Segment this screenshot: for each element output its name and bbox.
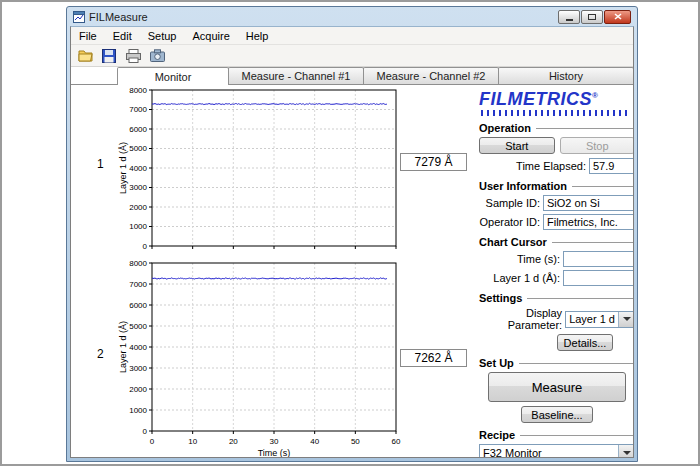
svg-text:Layer 1 d (Å): Layer 1 d (Å) xyxy=(118,142,128,194)
section-rule xyxy=(572,186,633,187)
sample-id-row: Sample ID: xyxy=(479,195,633,211)
menu-bar: File Edit Setup Acquire Help xyxy=(71,27,633,45)
svg-text:8000: 8000 xyxy=(129,86,147,95)
svg-text:2000: 2000 xyxy=(129,203,147,212)
print-button[interactable] xyxy=(123,47,143,65)
menu-file[interactable]: File xyxy=(71,27,105,44)
section-rule xyxy=(536,128,633,129)
section-rule xyxy=(519,363,633,364)
svg-text:0: 0 xyxy=(150,437,155,446)
svg-text:20: 20 xyxy=(229,437,238,446)
svg-text:0: 0 xyxy=(143,427,148,436)
window-controls xyxy=(558,10,631,24)
logo-comb-pattern xyxy=(481,110,629,116)
menu-acquire[interactable]: Acquire xyxy=(184,27,237,44)
save-button[interactable] xyxy=(99,47,119,65)
chevron-down-icon xyxy=(623,451,631,458)
svg-text:4000: 4000 xyxy=(129,343,147,352)
save-floppy-icon xyxy=(102,49,116,63)
operator-id-input[interactable] xyxy=(543,214,633,230)
cursor-layer-label: Layer 1 d (Å): xyxy=(493,272,560,284)
svg-text:3000: 3000 xyxy=(129,183,147,192)
capture-button[interactable] xyxy=(147,47,167,65)
stop-button[interactable]: Stop xyxy=(560,137,634,154)
printer-icon xyxy=(126,49,141,63)
monitor-chart-channel-2[interactable]: 0100020003000400050006000700080000102030… xyxy=(116,257,416,457)
time-elapsed-field xyxy=(589,158,633,174)
title-bar[interactable]: FILMeasure xyxy=(70,7,634,26)
time-elapsed-row: Time Elapsed: xyxy=(479,158,633,174)
svg-text:40: 40 xyxy=(310,437,319,446)
start-button[interactable]: Start xyxy=(479,137,555,154)
svg-text:60: 60 xyxy=(392,437,401,446)
app-body: File Edit Setup Acquire Help xyxy=(70,26,634,458)
menu-edit[interactable]: Edit xyxy=(105,27,140,44)
toolbar xyxy=(71,45,633,67)
filmetrics-logo: FILMETRICS® xyxy=(479,87,633,116)
baseline-button[interactable]: Baseline... xyxy=(521,406,593,423)
display-parameter-label: Display Parameter: xyxy=(479,307,562,331)
svg-text:1000: 1000 xyxy=(129,222,147,231)
section-set-up: Set Up xyxy=(479,357,633,369)
channel-1-thickness-readout: 7279 Å xyxy=(400,153,467,171)
open-folder-icon xyxy=(78,49,93,62)
logo-text: FILMETRICS® xyxy=(479,87,633,108)
details-button[interactable]: Details... xyxy=(557,334,613,351)
svg-text:5000: 5000 xyxy=(129,144,147,153)
start-stop-row: Start Stop xyxy=(479,137,633,154)
tab-strip: Monitor Measure - Channel #1 Measure - C… xyxy=(71,67,633,85)
details-row: Details... xyxy=(479,334,633,351)
svg-text:2000: 2000 xyxy=(129,385,147,394)
cursor-layer-row: Layer 1 d (Å): xyxy=(479,270,633,286)
tab-history[interactable]: History xyxy=(498,67,634,84)
maximize-button[interactable] xyxy=(581,10,603,24)
sample-id-label: Sample ID: xyxy=(486,197,540,209)
tab-measure-channel-2[interactable]: Measure - Channel #2 xyxy=(363,67,499,84)
section-rule xyxy=(552,242,633,243)
registered-mark: ® xyxy=(592,91,598,100)
display-parameter-value: Layer 1 d xyxy=(566,312,618,327)
app-icon xyxy=(73,11,85,23)
svg-text:6000: 6000 xyxy=(129,125,147,134)
svg-text:30: 30 xyxy=(270,437,279,446)
section-rule xyxy=(520,435,633,436)
svg-text:8000: 8000 xyxy=(129,259,147,268)
cursor-time-field xyxy=(563,251,633,267)
channel-2-number: 2 xyxy=(97,347,104,361)
screenshot-canvas: FILMeasure File Edit Setup Acquire H xyxy=(0,0,700,466)
svg-text:3000: 3000 xyxy=(129,364,147,373)
open-button[interactable] xyxy=(75,47,95,65)
close-icon xyxy=(614,13,622,20)
section-recipe: Recipe xyxy=(479,429,633,441)
section-user-information: User Information xyxy=(479,180,633,192)
sample-id-input[interactable] xyxy=(543,195,633,211)
close-button[interactable] xyxy=(604,10,631,24)
display-parameter-dropdown[interactable]: Layer 1 d xyxy=(565,311,633,328)
minimize-button[interactable] xyxy=(558,10,580,24)
tab-measure-channel-1[interactable]: Measure - Channel #1 xyxy=(228,67,364,84)
svg-text:5000: 5000 xyxy=(129,322,147,331)
menu-setup[interactable]: Setup xyxy=(140,27,185,44)
monitor-chart-channel-1[interactable]: 010002000300040005000600070008000Layer 1… xyxy=(116,85,416,255)
operator-id-row: Operator ID: xyxy=(479,214,633,230)
recipe-dropdown[interactable]: F32 Monitor xyxy=(479,444,633,457)
dropdown-arrow-button[interactable] xyxy=(618,445,633,457)
svg-text:50: 50 xyxy=(351,437,360,446)
recipe-value: F32 Monitor xyxy=(480,445,618,457)
measure-button[interactable]: Measure xyxy=(488,372,626,402)
svg-text:6000: 6000 xyxy=(129,301,147,310)
channel-2-thickness-readout: 7262 Å xyxy=(400,349,467,367)
cursor-time-row: Time (s): xyxy=(479,251,633,267)
tab-monitor[interactable]: Monitor xyxy=(117,67,229,85)
svg-text:0: 0 xyxy=(143,242,148,251)
maximize-icon xyxy=(588,14,596,20)
svg-text:10: 10 xyxy=(188,437,197,446)
display-parameter-row: Display Parameter: Layer 1 d xyxy=(479,307,633,331)
section-settings: Settings xyxy=(479,292,633,304)
app-window: FILMeasure File Edit Setup Acquire H xyxy=(66,6,638,462)
svg-text:7000: 7000 xyxy=(129,280,147,289)
dropdown-arrow-button[interactable] xyxy=(618,312,633,327)
svg-text:4000: 4000 xyxy=(129,164,147,173)
menu-help[interactable]: Help xyxy=(238,27,277,44)
operator-id-label: Operator ID: xyxy=(479,216,540,228)
